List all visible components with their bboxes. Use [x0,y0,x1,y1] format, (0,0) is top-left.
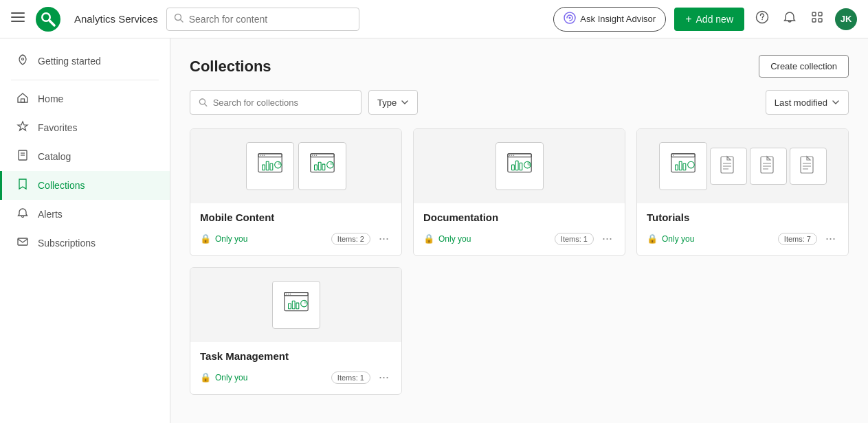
svg-line-8 [180,20,183,23]
svg-rect-16 [819,19,822,22]
items-badge-4: Items: 1 [331,371,370,384]
app-icon-task [272,281,320,329]
card-title-mobile-content: Mobile Content [200,212,392,223]
collections-header: Collections Create collection [190,55,849,78]
sidebar: Getting started Home Favorites Catalog [0,38,170,423]
type-filter-dropdown[interactable]: Type [368,90,418,115]
svg-rect-31 [266,161,269,170]
svg-rect-14 [819,12,822,16]
svg-point-28 [261,155,263,156]
svg-point-46 [511,155,512,156]
card-preview-documentation [414,129,625,203]
card-menu-button-4[interactable]: ··· [376,369,392,386]
svg-point-74 [287,293,289,295]
card-menu-button-3[interactable]: ··· [823,230,838,247]
svg-point-29 [263,155,265,156]
sidebar-item-collections[interactable]: Collections [0,171,170,200]
svg-rect-0 [11,12,25,14]
card-menu-button-2[interactable]: ··· [599,230,615,247]
chevron-down-icon [401,98,409,106]
sidebar-label-home: Home [38,93,63,104]
create-collection-button[interactable]: Create collection [759,55,849,78]
sidebar-item-favorites[interactable]: Favorites [0,113,170,142]
svg-rect-50 [520,163,522,170]
sidebar-item-subscriptions[interactable]: Subscriptions [0,229,170,258]
lock-icon-1: 🔒 [200,233,211,244]
doc-icon-1 [710,148,747,185]
svg-point-37 [313,155,315,156]
svg-rect-77 [292,301,295,308]
items-badge-2: Items: 1 [555,233,594,245]
svg-point-47 [513,155,514,156]
svg-rect-76 [288,304,291,309]
card-meta-task-management: 🔒 Only you [200,372,247,382]
apps-icon[interactable] [808,8,827,30]
svg-rect-30 [262,165,265,170]
sidebar-item-getting-started[interactable]: Getting started [0,47,170,76]
collection-card-task-management[interactable]: Task Management 🔒 Only you Items: 1 ··· [190,267,402,395]
sort-label: Last modified [775,98,827,108]
svg-rect-53 [671,154,694,157]
main-layout: Getting started Home Favorites Catalog [0,38,868,423]
hamburger-icon[interactable] [11,10,25,27]
card-body-tutorials: Tutorials 🔒 Only you Items: 7 ··· [637,203,848,255]
qlik-logo[interactable] [36,7,60,32]
svg-rect-39 [314,165,317,170]
book-icon [16,149,30,164]
sidebar-item-catalog[interactable]: Catalog [0,142,170,171]
svg-rect-55 [675,165,678,170]
lock-icon-4: 🔒 [200,372,211,382]
svg-point-17 [22,58,24,60]
app-icon-doc [496,142,544,190]
card-meta-mobile-content: 🔒 Only you [200,233,247,244]
plus-icon: + [685,13,691,25]
search-input[interactable] [189,14,352,25]
star-icon [16,120,30,135]
card-preview-mobile-content [190,129,401,203]
card-menu-button-1[interactable]: ··· [376,230,392,247]
ask-advisor-button[interactable]: Ask Insight Advisor [553,7,666,32]
svg-point-75 [289,293,291,295]
sort-chevron-icon [832,98,840,106]
rocket-icon [16,54,30,69]
add-new-label: Add new [696,14,733,25]
sidebar-label-getting-started: Getting started [38,56,101,67]
search-collections[interactable] [190,90,361,115]
items-badge-3: Items: 7 [778,233,817,245]
svg-point-58 [687,161,694,168]
content-area: Collections Create collection Type [170,38,868,423]
card-footer-mobile-content: 🔒 Only you Items: 2 ··· [200,230,392,247]
sort-dropdown[interactable]: Last modified [766,90,849,115]
card-meta-documentation: 🔒 Only you [423,233,471,244]
search-collections-input[interactable] [213,98,353,108]
collection-card-mobile-content[interactable]: Mobile Content 🔒 Only you Items: 2 ··· [190,128,402,256]
app-title: Analytics Services [74,13,158,25]
add-new-button[interactable]: + Add new [674,8,744,31]
doc-icon-2 [750,148,787,185]
privacy-label-1: Only you [215,234,247,244]
avatar[interactable]: JK [835,8,857,30]
advisor-icon [564,12,576,27]
sidebar-item-home[interactable]: Home [0,84,170,113]
svg-rect-57 [683,163,686,170]
collections-grid: Mobile Content 🔒 Only you Items: 2 ··· [190,128,849,395]
card-title-documentation: Documentation [423,212,615,223]
collection-card-documentation[interactable]: Documentation 🔒 Only you Items: 1 ··· [413,128,625,256]
help-icon[interactable] [753,8,772,30]
bookmark-icon [16,178,30,193]
collection-card-tutorials[interactable]: Tutorials 🔒 Only you Items: 7 ··· [636,128,849,256]
bell-icon[interactable] [780,8,799,30]
sidebar-label-catalog: Catalog [38,151,71,162]
svg-point-10 [569,16,571,19]
svg-point-12 [761,19,763,21]
card-footer-tutorials: 🔒 Only you Items: 7 ··· [647,230,838,247]
app-icon-tutorials [659,142,707,190]
sidebar-item-alerts[interactable]: Alerts [0,200,170,229]
global-search[interactable] [166,8,359,31]
lock-icon-2: 🔒 [423,233,434,244]
privacy-label-3: Only you [662,234,694,244]
svg-rect-2 [11,21,25,22]
privacy-label-2: Only you [438,234,471,244]
alert-bell-icon [16,207,30,222]
card-body-mobile-content: Mobile Content 🔒 Only you Items: 2 ··· [190,203,401,255]
